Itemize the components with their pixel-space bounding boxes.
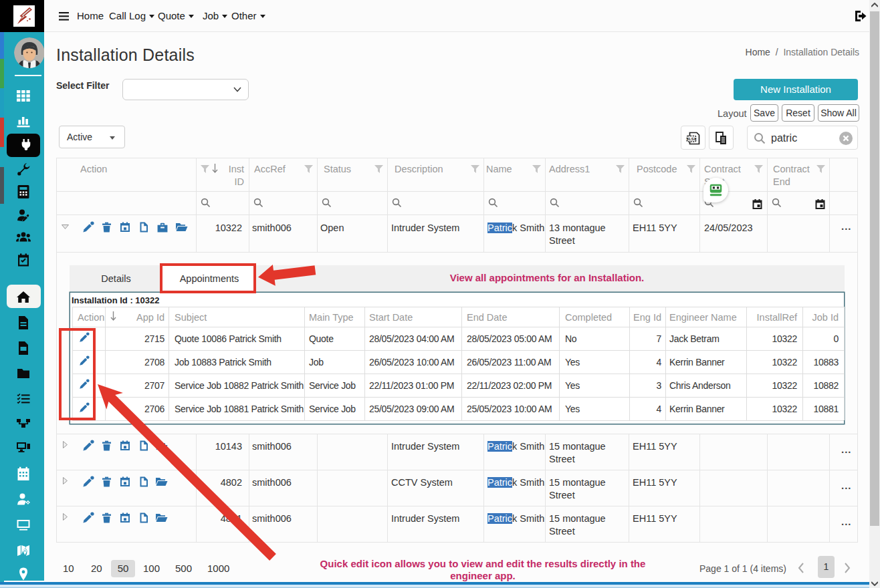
- svg-text:XLSX: XLSX: [687, 137, 697, 141]
